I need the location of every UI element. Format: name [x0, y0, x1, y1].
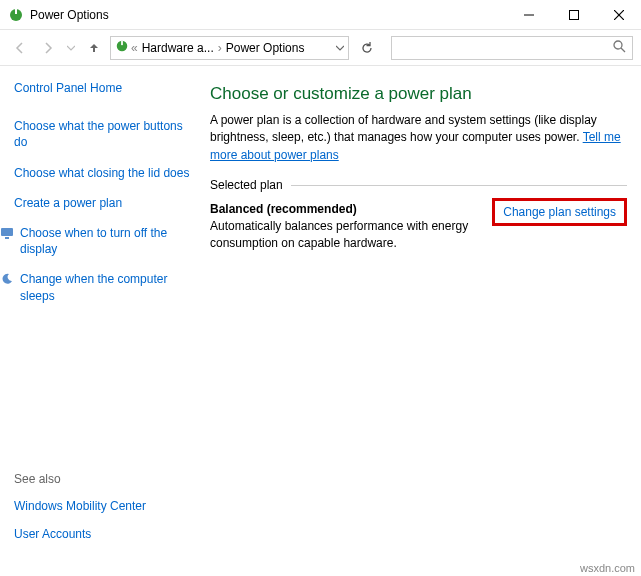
- display-icon: [0, 226, 14, 240]
- svg-line-9: [621, 48, 625, 52]
- back-button[interactable]: [8, 36, 32, 60]
- sidebar-link-power-buttons[interactable]: Choose what the power buttons do: [14, 118, 190, 150]
- svg-point-8: [614, 41, 622, 49]
- plan-title: Balanced (recommended): [210, 202, 482, 216]
- page-description: A power plan is a collection of hardware…: [210, 112, 627, 164]
- watermark: wsxdn.com: [580, 562, 635, 574]
- address-bar[interactable]: « Hardware a... › Power Options: [110, 36, 349, 60]
- seealso-link-user-accounts[interactable]: User Accounts: [14, 526, 146, 542]
- content-area: Control Panel Home Choose what the power…: [0, 66, 641, 560]
- sidebar: Control Panel Home Choose what the power…: [0, 66, 200, 560]
- sidebar-link-closing-lid[interactable]: Choose what closing the lid does: [14, 165, 190, 181]
- chevron-right-icon[interactable]: ›: [218, 41, 222, 55]
- main-panel: Choose or customize a power plan A power…: [200, 66, 641, 560]
- seealso-link-mobility-center[interactable]: Windows Mobility Center: [14, 498, 146, 514]
- address-dropdown-icon[interactable]: [336, 41, 344, 55]
- window-controls: [506, 0, 641, 29]
- plan-row: Balanced (recommended) Automatically bal…: [210, 202, 627, 252]
- power-options-icon: [115, 39, 129, 56]
- selected-plan-label: Selected plan: [210, 178, 283, 192]
- svg-rect-7: [121, 41, 123, 45]
- maximize-button[interactable]: [551, 0, 596, 29]
- search-input[interactable]: [391, 36, 634, 60]
- breadcrumb-prefix-icon: «: [131, 41, 138, 55]
- plan-description: Automatically balances performance with …: [210, 218, 482, 252]
- power-options-icon: [8, 7, 24, 23]
- window-title: Power Options: [30, 8, 109, 22]
- control-panel-home-link[interactable]: Control Panel Home: [14, 80, 190, 96]
- minimize-button[interactable]: [506, 0, 551, 29]
- svg-rect-1: [15, 9, 17, 14]
- breadcrumb-level2[interactable]: Power Options: [224, 41, 307, 55]
- description-text: A power plan is a collection of hardware…: [210, 113, 597, 144]
- navigation-bar: « Hardware a... › Power Options: [0, 30, 641, 66]
- sidebar-link-computer-sleeps[interactable]: Change when the computer sleeps: [20, 271, 190, 303]
- page-heading: Choose or customize a power plan: [210, 84, 627, 104]
- refresh-button[interactable]: [355, 36, 379, 60]
- search-icon: [613, 40, 626, 56]
- up-button[interactable]: [82, 36, 106, 60]
- plan-info: Balanced (recommended) Automatically bal…: [210, 202, 482, 252]
- close-button[interactable]: [596, 0, 641, 29]
- recent-dropdown[interactable]: [64, 36, 78, 60]
- forward-button[interactable]: [36, 36, 60, 60]
- svg-rect-3: [569, 10, 578, 19]
- svg-rect-11: [5, 237, 9, 239]
- divider: [291, 185, 627, 186]
- titlebar: Power Options: [0, 0, 641, 30]
- sidebar-link-create-plan[interactable]: Create a power plan: [14, 195, 190, 211]
- breadcrumb-level1[interactable]: Hardware a...: [140, 41, 216, 55]
- selected-plan-section: Selected plan: [210, 178, 627, 192]
- sleep-icon: [0, 272, 14, 286]
- see-also-label: See also: [14, 472, 146, 486]
- see-also-section: See also Windows Mobility Center User Ac…: [14, 472, 146, 554]
- svg-rect-10: [1, 228, 13, 236]
- change-plan-settings-link[interactable]: Change plan settings: [492, 198, 627, 226]
- sidebar-link-turn-off-display[interactable]: Choose when to turn off the display: [20, 225, 190, 257]
